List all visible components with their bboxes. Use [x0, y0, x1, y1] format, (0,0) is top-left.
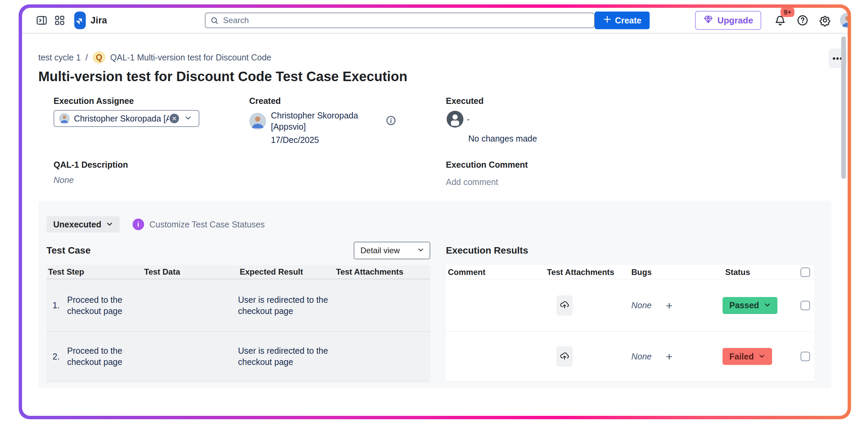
- issue-type-icon: Q: [93, 51, 105, 63]
- executed-field: Executed - No changes made: [446, 96, 831, 145]
- created-date: 17/Dec/2025: [271, 135, 446, 145]
- info-icon[interactable]: [386, 115, 396, 127]
- chevron-down-icon: [184, 114, 192, 123]
- execution-assignee-select[interactable]: Christopher Skoropada [Appsvio]: [54, 110, 199, 127]
- step-text: Proceed to the checkout page: [67, 345, 135, 368]
- upgrade-button[interactable]: Upgrade: [695, 11, 761, 30]
- execution-comment-field: Execution Comment Add comment: [446, 160, 831, 187]
- test-step-row[interactable]: 2. Proceed to the checkout page User is …: [46, 332, 430, 382]
- description-value: None: [54, 175, 446, 185]
- settings-button[interactable]: [817, 13, 832, 28]
- upload-attachment-button[interactable]: [556, 295, 573, 316]
- assignee-name: Christopher Skoropada [Appsvio]: [74, 114, 169, 124]
- create-button[interactable]: Create: [595, 12, 650, 29]
- executed-user-row: -: [446, 110, 831, 128]
- execution-result-row: None + Passed: [446, 279, 814, 332]
- step-number: 1.: [46, 300, 67, 310]
- created-user-name: Christopher Skoropada [Appsvio]: [271, 110, 380, 132]
- breadcrumb-issue-link[interactable]: QAL-1 Multi-version test for Discount Co…: [110, 53, 271, 62]
- view-selector[interactable]: Detail view: [354, 242, 430, 259]
- clear-assignee-button[interactable]: [170, 114, 179, 123]
- chevron-down-icon: [106, 220, 113, 229]
- execution-assignee-field: Execution Assignee Christopher Skoropada…: [54, 96, 249, 145]
- execution-result-row: None + Failed: [446, 332, 814, 382]
- gem-icon: [703, 14, 713, 27]
- execution-results-heading: Execution Results: [446, 245, 528, 256]
- chevron-down-icon: [417, 246, 424, 255]
- help-button[interactable]: [795, 13, 810, 28]
- app-grid-icon: [54, 15, 65, 26]
- step-number: 2.: [46, 352, 67, 362]
- topbar-actions: Create Upgrade 9+: [595, 11, 848, 30]
- bugs-value: None: [631, 300, 652, 310]
- breadcrumb: test cycle 1 / Q QAL-1 Multi-version tes…: [38, 51, 831, 63]
- chevron-down-icon: [764, 300, 771, 310]
- executed-label: Executed: [446, 96, 831, 106]
- execution-results-table-header: Comment Test Attachments Bugs Status: [446, 265, 814, 279]
- chevron-down-icon: [758, 352, 765, 362]
- step-text: Proceed to the checkout page: [67, 294, 135, 317]
- select-all-checkbox[interactable]: [801, 267, 810, 277]
- executed-note: No changes made: [468, 134, 831, 144]
- execution-comment-label: Execution Comment: [446, 160, 831, 170]
- description-label: QAL-1 Description: [54, 160, 446, 170]
- user-avatar[interactable]: [840, 13, 848, 28]
- executed-value: -: [467, 114, 470, 124]
- step-expected: User is redirected to the checkout page: [238, 345, 340, 368]
- breadcrumb-separator: /: [85, 53, 88, 62]
- upload-attachment-button[interactable]: [556, 346, 573, 367]
- status-row: Unexecuted i Customize Test Case Statuse…: [46, 216, 823, 233]
- status-dropdown-failed[interactable]: Failed: [723, 348, 772, 365]
- test-case-table: Test Step Test Data Expected Result Test…: [46, 265, 430, 382]
- details-fields-row2: QAL-1 Description None Execution Comment…: [38, 160, 831, 187]
- test-case-heading: Test Case: [46, 245, 91, 256]
- created-user-avatar: [249, 113, 266, 130]
- page-title: Multi-version test for Discount Code Tes…: [38, 68, 831, 85]
- add-bug-button[interactable]: +: [666, 351, 673, 362]
- jira-logo-icon[interactable]: [74, 12, 86, 29]
- search-container: [205, 13, 595, 28]
- window-frame: Jira Create Upgrade: [19, 4, 851, 419]
- sidebar-toggle-button[interactable]: [36, 13, 48, 28]
- anonymous-avatar-icon: [446, 110, 464, 128]
- question-icon: [796, 14, 809, 26]
- execution-status-dropdown[interactable]: Unexecuted: [46, 216, 120, 233]
- cloud-upload-icon: [559, 351, 570, 362]
- customize-statuses-link[interactable]: Customize Test Case Statuses: [150, 220, 265, 229]
- search-input[interactable]: [205, 13, 595, 28]
- top-navigation-bar: Jira Create Upgrade: [22, 8, 848, 34]
- add-bug-button[interactable]: +: [666, 300, 673, 311]
- test-case-table-header: Test Step Test Data Expected Result Test…: [46, 265, 430, 279]
- execution-results-table: Comment Test Attachments Bugs Status: [446, 265, 814, 382]
- search-icon: [210, 16, 219, 26]
- scrollbar-thumb[interactable]: [841, 36, 846, 179]
- test-case-section: Test Case Detail view Test Step: [46, 241, 430, 382]
- app-window: Jira Create Upgrade: [22, 8, 848, 416]
- breadcrumb-cycle-link[interactable]: test cycle 1: [38, 53, 81, 62]
- execution-results-header-row: Execution Results: [446, 241, 814, 260]
- status-dropdown-passed[interactable]: Passed: [723, 297, 777, 314]
- panel-toggle-icon: [36, 14, 48, 26]
- add-comment-input[interactable]: Add comment: [446, 177, 831, 187]
- notification-count-badge: 9+: [781, 8, 794, 17]
- created-label: Created: [249, 96, 446, 106]
- bugs-value: None: [631, 352, 652, 362]
- main-content: test cycle 1 / Q QAL-1 Multi-version tes…: [22, 34, 848, 416]
- description-field: QAL-1 Description None: [54, 160, 446, 187]
- step-expected: User is redirected to the checkout page: [238, 294, 340, 317]
- app-switcher-button[interactable]: [54, 13, 65, 28]
- created-field: Created Christopher Skoropada [Appsvio] …: [249, 96, 446, 145]
- created-user-row: Christopher Skoropada [Appsvio]: [249, 110, 446, 132]
- execution-assignee-label: Execution Assignee: [54, 96, 249, 106]
- details-fields: Execution Assignee Christopher Skoropada…: [38, 96, 831, 145]
- row-checkbox[interactable]: [801, 352, 810, 361]
- test-execution-panel: Unexecuted i Customize Test Case Statuse…: [38, 201, 831, 388]
- row-checkbox[interactable]: [801, 301, 810, 310]
- customize-info-icon: i: [133, 219, 144, 230]
- assignee-avatar: [59, 113, 70, 124]
- cloud-upload-icon: [559, 300, 570, 311]
- plus-icon: [603, 15, 612, 26]
- app-title: Jira: [91, 15, 107, 26]
- test-step-row[interactable]: 1. Proceed to the checkout page User is …: [46, 279, 430, 332]
- test-case-header-row: Test Case Detail view: [46, 241, 430, 260]
